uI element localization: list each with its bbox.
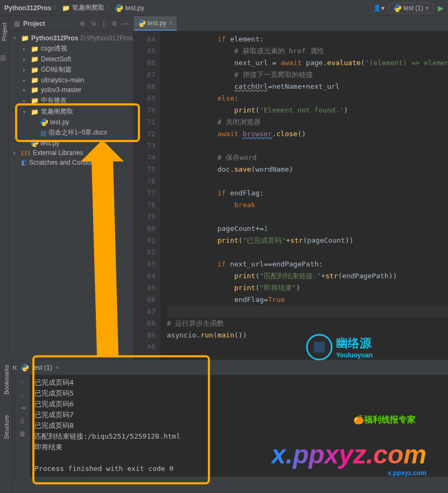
svg-point-0 [117,5,118,5]
layers-icon[interactable]: ▥ [0,54,9,62]
folder-icon: 📁 [21,34,29,42]
console-output[interactable]: 已完成页码4已完成页码5已完成页码6已完成页码7已完成页码8匹配到结束链接:/b… [30,375,448,477]
tree-item[interactable]: ▸📁中有修改 [9,95,133,106]
run-button[interactable]: ▶ [438,4,444,12]
tree-item[interactable]: ▸📁DetectSoft [9,54,133,64]
arrow-icon: ▸ [23,67,29,73]
tree-item[interactable]: ▤宿命之环1~5章.docx [9,127,133,138]
titlebar: Python312Pros 〉 📁 笔趣阁爬取 〉 test.py 👤▾ tes… [0,0,448,16]
folder-icon: 📁 [31,45,39,53]
project-title: Project [23,20,76,27]
tree-label: 中有修改 [41,96,67,105]
tree-label: GDI绘制篇 [41,65,72,74]
arrow-icon: ▸ [23,46,29,52]
expand-icon[interactable]: ⇲ [89,19,97,28]
tree-item[interactable]: ◧Scratches and Consoles [9,158,133,167]
project-tree[interactable]: ▾📁Python312Pros D:\Python312Pros▸📁csgo透视… [9,31,133,360]
run-config-selector[interactable]: test (1) ▾ [389,3,433,13]
tree-item[interactable]: ▾📁笔趣阁爬取 [9,106,133,117]
tree-label: csgo透视 [41,44,67,53]
breadcrumb-sep: 〉 [107,3,113,12]
arrow-icon: ▸ [13,150,19,156]
tree-item[interactable]: test.py [9,138,133,148]
breadcrumb-root[interactable]: Python312Pros [4,4,51,12]
folder-icon: 📁 [31,108,39,116]
python-icon [115,4,123,12]
project-panel: ▦ Project ⊕ ⇲ | ⚙ — ▾📁Python312Pros D:\P… [9,16,134,360]
locate-icon[interactable]: ⊕ [78,19,87,28]
breadcrumb-file[interactable]: test.py [125,4,144,12]
structure-tool-tab[interactable]: Structure [3,413,10,441]
chevron-down-icon: ▾ [425,4,429,12]
gear-icon[interactable]: ⚙ [110,19,119,28]
breadcrumb-folder[interactable]: 笔趣阁爬取 [72,3,104,12]
project-tool-tab[interactable]: Project [1,20,8,43]
folder-icon: 📁 [31,97,39,104]
close-icon[interactable]: × [169,19,172,27]
python-icon [31,139,38,147]
folder-icon: 📁 [31,55,39,63]
arrow-icon: ▾ [13,36,19,41]
trash-icon[interactable]: 🗑 [19,430,26,438]
arrow-icon: ▸ [23,87,29,93]
breadcrumb-sep: 〉 [53,3,60,12]
tree-label: External Libraries [33,149,83,157]
wrap-icon[interactable]: ⇥ [20,404,25,412]
tree-label: Python312Pros [31,34,78,42]
tree-label: test.py [40,139,59,147]
tree-item[interactable]: ▸⫿⫿⫿External Libraries [9,148,133,158]
folder-icon: 📁 [31,86,39,94]
arrow-icon: ▸ [23,78,29,83]
editor: test.py × 646566676869707172737475767778… [134,16,448,360]
tree-label: 笔趣阁爬取 [41,107,73,116]
python-icon [138,19,145,27]
editor-tab[interactable]: test.py × [134,16,177,31]
close-icon[interactable]: × [55,364,59,371]
arrow-icon: ▸ [23,98,29,103]
down-icon[interactable]: ↓ [21,391,24,399]
watermark: 🍊福利线报专家 [353,414,416,426]
print-icon[interactable]: ⎙ [20,417,24,425]
document-icon: ▤ [40,129,46,137]
tree-item[interactable]: ▸📁yolov3-master [9,85,133,95]
run-tab-label[interactable]: test (1) [32,364,52,371]
folder-icon: 📁 [31,76,39,84]
python-icon [394,4,401,12]
left-toolbar: Project ▥ [0,16,9,360]
tree-label: yolov3-master [41,86,81,94]
tree-item[interactable]: ▸📁GDI绘制篇 [9,64,133,75]
python-icon [40,118,48,126]
tree-item[interactable]: ▸📁ultralytics-main [9,75,133,85]
tab-label: test.py [148,19,166,27]
bookmarks-tool-tab[interactable]: Bookmarks [3,363,10,397]
arrow-icon: ▾ [23,109,29,115]
up-icon[interactable]: ↑ [21,378,24,386]
run-config-label: test (1) [403,4,423,12]
tree-item[interactable]: test.py [9,117,133,127]
tree-label: test.py [50,118,69,126]
library-icon: ⫿⫿⫿ [21,149,31,157]
tree-item[interactable]: ▸📁csgo透视 [9,43,133,54]
project-view-icon[interactable]: ▦ [12,19,21,28]
folder-icon: 📁 [62,4,70,12]
scratch-icon: ◧ [21,159,27,166]
tree-label: 宿命之环1~5章.docx [48,128,107,137]
tree-label: Scratches and Consoles [29,159,99,166]
code-content[interactable]: if element: # 获取该元素的 href 属性 next_url = … [160,31,448,360]
divider: | [100,19,108,28]
hide-icon[interactable]: — [121,19,130,28]
folder-icon: 📁 [31,66,39,74]
user-icon[interactable]: 👤▾ [373,4,384,12]
tree-label: DetectSoft [41,55,71,63]
tree-label: ultralytics-main [41,76,84,84]
tree-item[interactable]: ▾📁Python312Pros D:\Python312Pros [9,33,133,43]
svg-point-1 [120,10,121,11]
gutter[interactable]: 6465666768697071727374757677787980818283… [134,31,160,360]
arrow-icon: ▸ [23,57,29,62]
python-icon [21,364,29,371]
breadcrumb: Python312Pros 〉 📁 笔趣阁爬取 〉 test.py [4,3,144,12]
